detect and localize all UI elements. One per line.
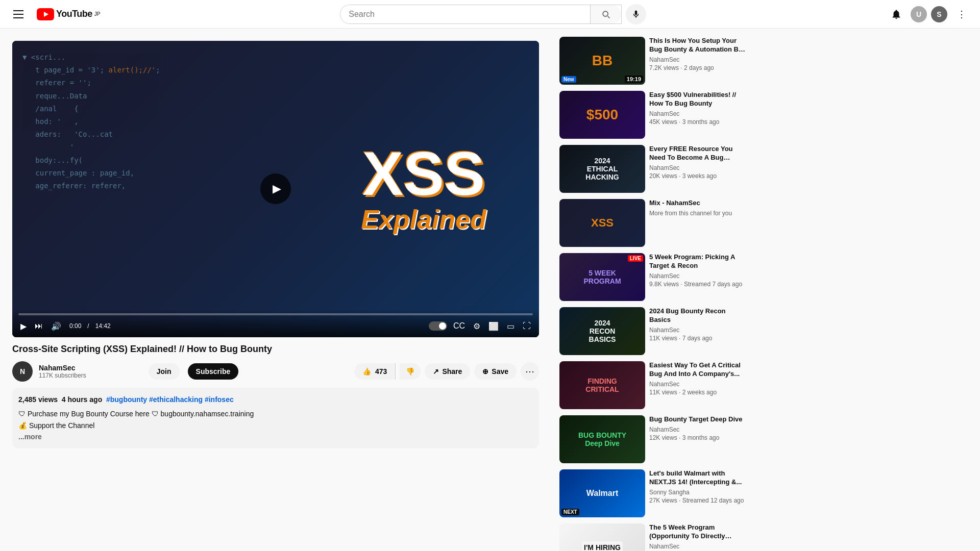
play-pause-button[interactable]: ▶ bbox=[18, 319, 29, 333]
channel-avatar[interactable]: N bbox=[12, 361, 33, 382]
main-content: ▼ <scri... t page_id = '3'; alert();//';… bbox=[0, 29, 551, 551]
sidebar-item[interactable]: BB 19:19 New This Is How You Setup Your … bbox=[559, 37, 747, 85]
main-layout: ▼ <scri... t page_id = '3'; alert();//';… bbox=[0, 29, 980, 551]
sidebar-item[interactable]: Walmart NEXT Let's build Walmart with NE… bbox=[559, 469, 747, 517]
sidebar-title: Easy $500 Vulnerabilities! // How To Bug… bbox=[649, 91, 747, 108]
video-title: Cross-Site Scripting (XSS) Explained! //… bbox=[12, 343, 539, 355]
video-controls: ▶ ⏭ 🔊 0:00 / 14:42 CC ⚙ ⬜ ▭ bbox=[12, 309, 539, 337]
video-player[interactable]: ▼ <scri... t page_id = '3'; alert();//';… bbox=[12, 41, 539, 337]
sidebar-meta: 7.2K views · 2 days ago bbox=[649, 64, 747, 71]
more-options-button[interactable]: ⋮ bbox=[951, 4, 972, 24]
progress-bar[interactable] bbox=[18, 313, 533, 315]
like-count: 473 bbox=[375, 367, 387, 375]
sidebar-channel: NahamSec bbox=[649, 272, 747, 280]
video-tags[interactable]: #bugbounty #ethicalhacking #infosec bbox=[106, 395, 234, 404]
settings-button[interactable]: ⚙ bbox=[471, 319, 482, 333]
sidebar-item[interactable]: 2024ETHICALHACKING Every FREE Resource Y… bbox=[559, 145, 747, 193]
share-icon: ↗ bbox=[433, 367, 439, 375]
sidebar-item[interactable]: BUG BOUNTYDeep Dive Bug Bounty Target De… bbox=[559, 415, 747, 463]
header: YouTube JP U S ⋮ bbox=[0, 0, 980, 29]
view-count: 2,485 views bbox=[18, 395, 58, 404]
sidebar-info: Easiest Way To Get A Critical Bug And In… bbox=[649, 361, 747, 409]
sidebar-item[interactable]: XSS Mix - NahamSec More from this channe… bbox=[559, 199, 747, 247]
sidebar-item[interactable]: $500 Easy $500 Vulnerabilities! // How T… bbox=[559, 91, 747, 139]
thumb-inner: 2024RECONBASICS bbox=[559, 307, 645, 355]
sidebar-title: 5 Week Program: Picking A Target & Recon bbox=[649, 253, 747, 270]
video-info: Cross-Site Scripting (XSS) Explained! //… bbox=[12, 343, 539, 449]
hamburger-icon bbox=[9, 6, 28, 22]
header-left: YouTube JP bbox=[8, 4, 101, 24]
sidebar: BB 19:19 New This Is How You Setup Your … bbox=[551, 29, 755, 551]
sidebar-title: Bug Bounty Target Deep Dive bbox=[649, 415, 747, 424]
sidebar-thumbnail: $500 bbox=[559, 91, 645, 139]
sidebar-meta: 9.8K views · Streamed 7 days ago bbox=[649, 281, 747, 288]
sidebar-thumbnail: 5 WEEKPROGRAM LIVE bbox=[559, 253, 645, 301]
xss-overlay: XSS Explained bbox=[361, 143, 486, 235]
join-button[interactable]: Join bbox=[149, 363, 180, 380]
subscribe-button[interactable]: Subscribe bbox=[188, 363, 239, 380]
sidebar-meta: 11K views · 7 days ago bbox=[649, 335, 747, 342]
search-button[interactable] bbox=[590, 5, 621, 23]
sidebar-info: Easy $500 Vulnerabilities! // How To Bug… bbox=[649, 91, 747, 139]
sidebar-title: 2024 Bug Bounty Recon Basics bbox=[649, 307, 747, 324]
show-more-button[interactable]: ...more bbox=[18, 433, 42, 441]
next-badge: NEXT bbox=[561, 509, 579, 515]
sidebar-item[interactable]: FINDINGCRITICAL Easiest Way To Get A Cri… bbox=[559, 361, 747, 409]
like-button[interactable]: 👍 473 bbox=[354, 363, 396, 380]
more-dots-icon: ⋮ bbox=[957, 9, 966, 20]
menu-button[interactable] bbox=[8, 4, 29, 24]
header-right: U S ⋮ bbox=[886, 4, 972, 24]
sidebar-channel: NahamSec bbox=[649, 426, 747, 433]
sidebar-thumbnail: BUG BOUNTYDeep Dive bbox=[559, 415, 645, 463]
channel-name: NahamSec bbox=[39, 364, 142, 372]
bell-icon bbox=[891, 9, 902, 20]
sidebar-thumbnail: FINDINGCRITICAL bbox=[559, 361, 645, 409]
notifications-button[interactable] bbox=[886, 4, 906, 24]
sidebar-item[interactable]: I'M HIRING The 5 Week Program (Opportuni… bbox=[559, 523, 747, 551]
sidebar-thumbnail: Walmart NEXT bbox=[559, 469, 645, 517]
live-badge: LIVE bbox=[628, 255, 643, 262]
sidebar-channel: NahamSec bbox=[649, 56, 747, 63]
sidebar-info: Mix - NahamSec More from this channel fo… bbox=[649, 199, 747, 247]
youtube-logo-suffix: JP bbox=[94, 11, 101, 17]
miniplayer-button[interactable]: ⬜ bbox=[486, 319, 501, 333]
sidebar-item[interactable]: 2024RECONBASICS 2024 Bug Bounty Recon Ba… bbox=[559, 307, 747, 355]
volume-button[interactable]: 🔊 bbox=[49, 319, 63, 333]
autoplay-toggle[interactable] bbox=[429, 321, 447, 331]
description-text-2: 💰 Support the Channel bbox=[18, 420, 533, 431]
second-avatar[interactable]: S bbox=[931, 6, 947, 22]
dislike-button[interactable]: 👎 bbox=[400, 363, 421, 380]
save-label: Save bbox=[492, 367, 508, 375]
sidebar-title: This Is How You Setup Your Bug Bounty & … bbox=[649, 37, 747, 54]
toggle-thumb bbox=[439, 322, 446, 330]
user-avatar[interactable]: U bbox=[911, 6, 927, 22]
toggle-track[interactable] bbox=[429, 321, 447, 331]
thumb-inner: 2024ETHICALHACKING bbox=[559, 145, 645, 193]
fullscreen-button[interactable]: ⛶ bbox=[521, 319, 533, 333]
voice-search-button[interactable] bbox=[626, 4, 646, 24]
channel-row: N NahamSec 117K subscribers Join Subscri… bbox=[12, 361, 539, 382]
sidebar-item[interactable]: 5 WEEKPROGRAM LIVE 5 Week Program: Picki… bbox=[559, 253, 747, 301]
next-button[interactable]: ⏭ bbox=[33, 319, 45, 333]
theater-mode-button[interactable]: ▭ bbox=[505, 319, 517, 333]
xss-title-text: XSS bbox=[361, 143, 486, 204]
sidebar-channel: NahamSec bbox=[649, 543, 747, 550]
mic-icon bbox=[631, 10, 641, 19]
sidebar-channel: NahamSec bbox=[649, 327, 747, 334]
share-button[interactable]: ↗ Share bbox=[425, 363, 470, 380]
more-actions-button[interactable]: ⋯ bbox=[521, 362, 539, 381]
thumbs-up-icon: 👍 bbox=[362, 367, 371, 375]
subtitles-button[interactable]: CC bbox=[451, 319, 467, 333]
explained-text: Explained bbox=[361, 204, 486, 235]
save-icon: ⊕ bbox=[482, 367, 488, 375]
search-input[interactable] bbox=[340, 5, 590, 23]
youtube-logo[interactable]: YouTube JP bbox=[37, 8, 101, 20]
play-button-center[interactable] bbox=[260, 173, 291, 204]
search-bar bbox=[340, 5, 622, 24]
sidebar-info: Bug Bounty Target Deep Dive NahamSec 12K… bbox=[649, 415, 747, 463]
youtube-logo-icon bbox=[37, 8, 54, 20]
sidebar-info: This Is How You Setup Your Bug Bounty & … bbox=[649, 37, 747, 85]
sidebar-channel: NahamSec bbox=[649, 164, 747, 171]
save-button[interactable]: ⊕ Save bbox=[474, 363, 517, 380]
sidebar-channel: NahamSec bbox=[649, 381, 747, 388]
